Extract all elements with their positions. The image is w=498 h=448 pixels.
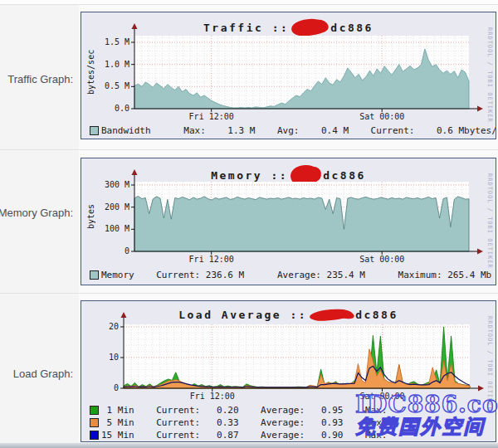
legend-swatch: [90, 406, 99, 415]
plot-area: [129, 169, 487, 257]
row-label-traffic: Traffic Graph:: [7, 74, 73, 85]
y-tick-label: 10: [81, 353, 119, 362]
rrdtool-watermark: RRDTOOL / TOBI OETIKER: [486, 27, 493, 123]
x-tick-label: Sat 00:00: [344, 392, 419, 401]
row-separator: [0, 4, 498, 5]
legend-text: 15 Min Current: 0.87 Average: 0.90 Max:: [101, 430, 387, 441]
legend-swatch: [90, 431, 99, 440]
y-axis-label: bytes/sec: [86, 36, 95, 109]
page-bottom-strip: [0, 443, 498, 448]
row-label-memory: Memory Graph:: [0, 207, 73, 219]
x-tick-label: Sat 00:00: [344, 255, 419, 264]
plot-area: [129, 23, 487, 114]
rrdtool-watermark: RRDTOOL / TOBI OETIKER: [486, 173, 493, 269]
x-tick-label: Fri 12:00: [174, 112, 249, 121]
load-graph-panel[interactable]: Load Average ::dc88601020Fri 12:00Sat 00…: [81, 300, 496, 442]
plot-area: [119, 312, 488, 394]
host-graphs-page: { "page": { "left_labels": [ {"text": "T…: [0, 0, 498, 448]
legend-text: 5 Min Current: 0.33 Average: 0.93 Max:: [101, 417, 387, 428]
row-separator: [0, 293, 498, 294]
row-label-load: Load Graph:: [13, 368, 73, 380]
legend-row: 5 Min Current: 0.33 Average: 0.93 Max:: [81, 417, 496, 428]
legend-row: Memory Current: 236.6 M Average: 235.4 M…: [81, 270, 496, 280]
traffic-graph-panel[interactable]: Traffic ::dc8860.00.5 M1.0 M1.5 MFri 12:…: [81, 12, 496, 139]
legend-row: 15 Min Current: 0.87 Average: 0.90 Max:: [81, 430, 496, 441]
legend-swatch: [90, 418, 99, 427]
legend-swatch: [90, 270, 99, 280]
y-axis-label: bytes: [86, 182, 95, 251]
x-tick-label: Fri 12:00: [174, 255, 249, 264]
memory-graph-panel[interactable]: Memory ::dc8860100 M200 M300 MFri 12:00S…: [81, 158, 496, 285]
legend-swatch: [90, 126, 99, 135]
rrdtool-watermark: RRDTOOL / TOBI OETIKER: [486, 316, 493, 411]
legend-text: 1 Min Current: 0.20 Average: 0.95 Max:: [101, 405, 387, 416]
legend-text: Memory Current: 236.6 M Average: 235.4 M…: [101, 270, 491, 280]
y-tick-label: 0: [81, 383, 119, 392]
row-separator: [0, 149, 498, 150]
y-tick-label: 20: [81, 322, 119, 331]
legend-row: 1 Min Current: 0.20 Average: 0.95 Max:: [81, 405, 496, 416]
x-tick-label: Fri 12:00: [175, 392, 250, 401]
legend-text: Bandwidth Max: 1.3 M Avg: 0.4 M Current:…: [101, 125, 496, 136]
x-tick-label: Sat 00:00: [344, 112, 419, 121]
legend-row: Bandwidth Max: 1.3 M Avg: 0.4 M Current:…: [81, 125, 496, 136]
